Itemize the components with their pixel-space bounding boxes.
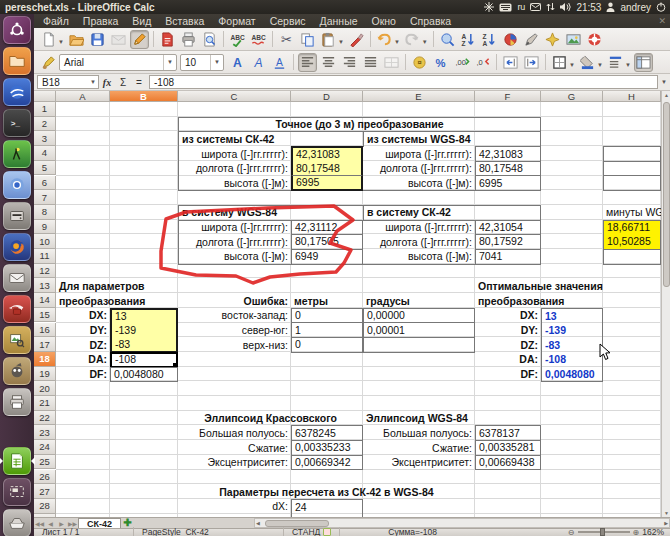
borders-icon[interactable] [550,53,569,72]
row-header-21[interactable]: 21 [34,396,56,411]
power-icon[interactable] [656,1,666,13]
cell-C24[interactable]: Сжатие: [178,440,291,456]
cell-G19[interactable]: 0,0048080 [541,367,603,383]
cell-C9[interactable]: широта ([-]гг.ггггг): [178,220,291,236]
auto-spellcheck-icon[interactable]: ABC [249,30,268,49]
horizontal-scrollbar-thumb[interactable] [265,520,329,527]
cell-D25[interactable]: 0,00669342 [291,455,363,471]
cell-C6[interactable]: высота ([-]м): [178,176,291,192]
cell-E16[interactable]: 0,00001 [363,323,475,339]
decrease-indent-icon[interactable] [501,53,520,72]
edit-mode-icon[interactable] [130,30,149,49]
cell-B15[interactable]: 13 [110,308,178,324]
cell-C15[interactable]: восток-запад: [178,308,291,324]
merge-cells-icon[interactable] [382,53,401,72]
styles-icon[interactable] [39,53,58,72]
cell-C22[interactable]: Эллипсоид Крассовского [178,411,363,427]
row-header-28[interactable]: 28 [34,499,56,514]
cell-F17[interactable]: DZ: [475,337,541,353]
ubuntu-dash-icon[interactable] [3,16,31,44]
cell-D23[interactable]: 6378245 [291,425,363,441]
cell-D24[interactable]: 0,00335233 [291,440,363,456]
file-manager-icon[interactable] [3,47,31,75]
help-icon[interactable] [585,30,604,49]
vertical-scrollbar-thumb[interactable] [663,102,670,287]
cell-F24[interactable]: 0,00335281 [475,440,541,456]
cell-C4[interactable]: широта ([-]гг.ггггг): [178,146,291,162]
row-header-1[interactable]: 1 [34,102,56,117]
mail-icon[interactable] [530,1,541,13]
scanner-tool-icon[interactable] [3,509,31,536]
cell-E9[interactable]: широта ([-]гг.ггггг): [363,220,475,236]
row-header-6[interactable]: 6 [34,176,56,191]
cell-E22[interactable]: Эллипсоид WGS-84 [363,411,541,427]
save-icon[interactable] [88,30,107,49]
row-header-9[interactable]: 9 [34,220,56,235]
cell-A19[interactable]: DF: [56,367,110,383]
cell-D11[interactable]: 6949 [291,249,363,265]
zoom-slider[interactable] [578,531,630,533]
status-sum[interactable]: Сумма=-108 [380,527,445,536]
cell-B16[interactable]: -139 [110,323,178,339]
cell-G18[interactable]: -108 [541,352,603,368]
row-header-14[interactable]: 14 [34,293,56,308]
cell-F4[interactable]: 42,31083 [475,146,541,162]
cell-F18[interactable]: DA: [475,352,541,368]
cell-F5[interactable]: 80,17548 [475,161,541,177]
phone-app-icon[interactable] [3,295,31,323]
zoom-out-icon[interactable]: ⊖ [568,528,575,536]
undo-icon[interactable] [375,30,394,49]
open-icon[interactable] [67,30,86,49]
cell-D17[interactable]: 0 [291,337,363,353]
gimp-icon[interactable] [3,357,31,385]
clone-formatting-icon[interactable] [347,30,366,49]
row-header-19[interactable]: 19 [34,367,56,382]
snowflake-icon[interactable] [484,1,494,13]
row-header-22[interactable]: 22 [34,411,56,426]
landscape-app-icon[interactable] [3,140,31,168]
cell-E14[interactable]: градусы [363,293,475,309]
cell-H11[interactable] [603,249,661,265]
font-name-combo[interactable]: Arial▼ [59,54,177,71]
align-justified-icon[interactable] [361,53,380,72]
menu-окно[interactable]: Окно [365,15,403,27]
cell-E23[interactable]: Большая полуось: [363,425,475,441]
disk-drive-icon[interactable] [3,202,31,230]
cell-A17[interactable]: DZ: [56,337,110,353]
cell-D6[interactable]: 6995 [291,176,363,192]
vertical-scrollbar[interactable]: ▲ ▼ [661,91,670,517]
cell-F16[interactable]: DY: [475,323,541,339]
vertical-alignment-dropdown-icon[interactable]: ▼ [625,62,631,68]
row-header-10[interactable]: 10 [34,234,56,249]
keyboard-layout-label[interactable]: ru [517,2,525,12]
menu-вид[interactable]: Вид [125,15,158,27]
cell-C3[interactable]: из системы СК-42 [178,131,363,147]
cell-D5[interactable]: 80,17548 [291,161,363,177]
menu-формат[interactable]: Формат [211,15,262,27]
cell-F9[interactable]: 42,31054 [475,220,541,236]
sort-descending-icon[interactable]: ZA [480,30,499,49]
network-arrows-icon[interactable] [546,1,555,13]
cell-F13[interactable]: Оптимальные значения [475,278,661,294]
cell-F6[interactable]: 6995 [475,176,541,192]
menu-данные[interactable]: Данные [313,15,365,27]
font-size-dropdown-icon[interactable]: ▼ [210,55,223,70]
menu-сервис[interactable]: Сервис [263,15,313,27]
row-header-15[interactable]: 15 [34,308,56,323]
row-header-11[interactable]: 11 [34,249,56,264]
formula-input[interactable]: -108 [149,75,658,89]
row-header-23[interactable]: 23 [34,425,56,440]
background-color-icon[interactable] [578,53,597,72]
cell-E24[interactable]: Сжатие: [363,440,475,456]
email-document-icon[interactable] [109,30,128,49]
cut-icon[interactable]: ✂ [277,30,296,49]
firefox-icon[interactable] [3,233,31,261]
cell-C5[interactable]: долгота ([-]ггг.ггггг): [178,161,291,177]
cell-G16[interactable]: -139 [541,323,603,339]
cell-G15[interactable]: 13 [541,308,603,324]
column-header-F[interactable]: F [475,91,541,102]
cell-E15[interactable]: 0,00000 [363,308,475,324]
menu-справка[interactable]: Справка [403,15,458,27]
row-header-20[interactable]: 20 [34,381,56,396]
column-header-E[interactable]: E [363,91,475,102]
